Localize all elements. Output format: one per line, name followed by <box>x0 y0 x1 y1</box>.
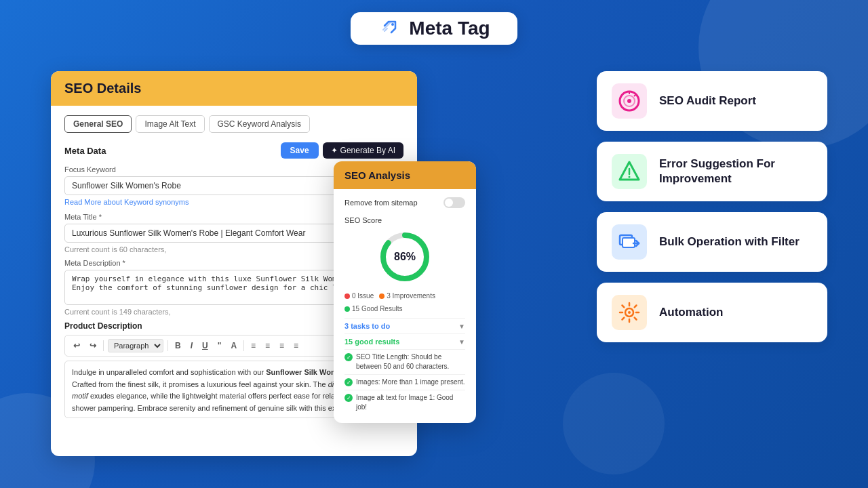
svg-point-11 <box>629 176 631 178</box>
color-button[interactable]: A <box>228 340 239 352</box>
tasks-todo-chevron: ▼ <box>458 323 465 330</box>
error-suggestion-icon <box>617 159 642 184</box>
generate-button[interactable]: ✦ Generate By AI <box>323 142 403 159</box>
error-suggestion-title: Error Suggestion For Improvement <box>659 157 812 186</box>
tab-image-alt[interactable]: Image Alt Text <box>136 115 204 133</box>
good-results-label: 15 good results <box>344 338 399 346</box>
good-results-row[interactable]: 15 good results ▼ <box>344 333 465 349</box>
result-icon-2 <box>344 378 353 386</box>
seo-analysis-card: SEO Analysis Remove from sitemap SEO Sco… <box>334 161 476 423</box>
score-value: 86% <box>394 251 416 263</box>
seo-audit-title: SEO Audit Report <box>659 94 756 108</box>
app-title: Meta Tag <box>409 18 490 39</box>
issue-dot <box>344 293 350 299</box>
badge-good-results: 15 Good Results <box>344 305 403 312</box>
align-justify-button[interactable]: ≡ <box>291 340 301 352</box>
improvements-dot <box>379 293 384 299</box>
tab-gsc-keyword[interactable]: GSC Keyword Analysis <box>209 115 310 133</box>
logo-icon <box>378 16 402 41</box>
result-text-1: SEO Title Length: Should be between 50 a… <box>356 352 465 371</box>
result-item-1: SEO Title Length: Should be between 50 a… <box>344 349 465 374</box>
bulk-operation-icon-wrap <box>612 224 647 260</box>
save-button[interactable]: Save <box>281 142 319 159</box>
seo-analysis-title: SEO Analysis <box>344 169 465 181</box>
svg-line-8 <box>634 94 636 96</box>
result-item-3: Image alt text for Image 1: Good job! <box>344 390 465 415</box>
action-buttons: Save ✦ Generate By AI <box>281 142 403 159</box>
svg-rect-0 <box>378 16 402 41</box>
result-text-3: Image alt text for Image 1: Good job! <box>356 393 465 412</box>
result-icon-3 <box>344 394 353 402</box>
seo-audit-icon-wrap <box>612 83 647 119</box>
svg-point-6 <box>627 99 631 103</box>
seo-analysis-header: SEO Analysis <box>334 161 476 189</box>
generate-label: Generate By AI <box>340 146 395 155</box>
quote-button[interactable]: " <box>215 340 224 352</box>
svg-line-23 <box>623 306 625 308</box>
score-circle: 86% <box>378 230 432 284</box>
undo-button[interactable]: ↩ <box>71 340 83 352</box>
sitemap-row: Remove from sitemap <box>344 197 465 208</box>
result-text-2: Images: More than 1 image present. <box>356 378 465 387</box>
toolbar-divider-3 <box>243 340 244 351</box>
error-suggestion-icon-wrap <box>612 154 647 189</box>
svg-line-26 <box>623 318 625 320</box>
seo-details-header: SEO Details <box>51 71 417 106</box>
score-label: SEO Score <box>344 216 465 224</box>
underline-button[interactable]: U <box>199 340 211 352</box>
tasks-todo-label: 3 tasks to do <box>344 322 390 330</box>
score-summary: 0 Issue 3 Improvements 15 Good Results <box>344 292 465 312</box>
badge-issue: 0 Issue <box>344 292 374 300</box>
good-dot <box>344 306 350 312</box>
tasks-todo-row[interactable]: 3 tasks to do ▼ <box>344 318 465 333</box>
svg-line-25 <box>635 306 637 308</box>
automation-icon <box>617 300 642 325</box>
seo-audit-icon <box>617 89 642 113</box>
paragraph-select[interactable]: Paragraph <box>108 339 163 352</box>
bulk-operation-title: Bulk Operation with Filter <box>659 235 800 249</box>
sparkle-icon: ✦ <box>331 146 338 155</box>
feature-card-automation[interactable]: Automation <box>597 283 827 342</box>
svg-point-18 <box>628 311 631 314</box>
improvements-label: 3 Improvements <box>387 292 435 300</box>
good-results-chevron: ▼ <box>458 338 465 346</box>
feature-card-error-suggestion[interactable]: Error Suggestion For Improvement <box>597 142 827 201</box>
redo-button[interactable]: ↪ <box>87 340 99 352</box>
bulk-operation-icon <box>617 230 642 254</box>
seo-analysis-body: Remove from sitemap SEO Score 86% 0 Issu… <box>334 189 476 423</box>
issue-label: 0 Issue <box>352 292 374 300</box>
meta-data-label: Meta Data <box>64 146 106 156</box>
feature-card-seo-audit[interactable]: SEO Audit Report <box>597 71 827 131</box>
toolbar-divider-2 <box>167 340 168 351</box>
automation-title: Automation <box>659 305 723 320</box>
align-left-button[interactable]: ≡ <box>248 340 258 352</box>
seo-details-title: SEO Details <box>64 81 403 96</box>
tabs-row: General SEO Image Alt Text GSC Keyword A… <box>64 115 403 133</box>
features-panel: SEO Audit Report Error Suggestion For Im… <box>597 71 827 342</box>
align-center-button[interactable]: ≡ <box>262 340 273 352</box>
italic-button[interactable]: I <box>188 340 195 352</box>
result-item-2: Images: More than 1 image present. <box>344 374 465 390</box>
automation-icon-wrap <box>612 295 647 330</box>
logo-container: Meta Tag <box>351 12 517 45</box>
bold-button[interactable]: B <box>172 340 184 352</box>
align-right-button[interactable]: ≡ <box>277 340 287 352</box>
badge-improvements: 3 Improvements <box>379 292 435 300</box>
header: Meta Tag <box>0 0 868 53</box>
sitemap-label: Remove from sitemap <box>344 199 418 207</box>
tasks-section: 3 tasks to do ▼ 15 good results ▼ SEO Ti… <box>344 318 465 415</box>
result-icon-1 <box>344 353 353 361</box>
svg-line-24 <box>635 318 637 320</box>
meta-data-section: Meta Data Save ✦ Generate By AI <box>64 142 403 159</box>
toolbar-divider-1 <box>103 340 104 351</box>
tab-general-seo[interactable]: General SEO <box>64 115 132 133</box>
score-circle-container: 86% <box>344 230 465 284</box>
svg-point-1 <box>391 23 394 26</box>
sitemap-toggle[interactable] <box>443 197 465 208</box>
feature-card-bulk-operation[interactable]: Bulk Operation with Filter <box>597 212 827 272</box>
good-label: 15 Good Results <box>352 305 403 312</box>
